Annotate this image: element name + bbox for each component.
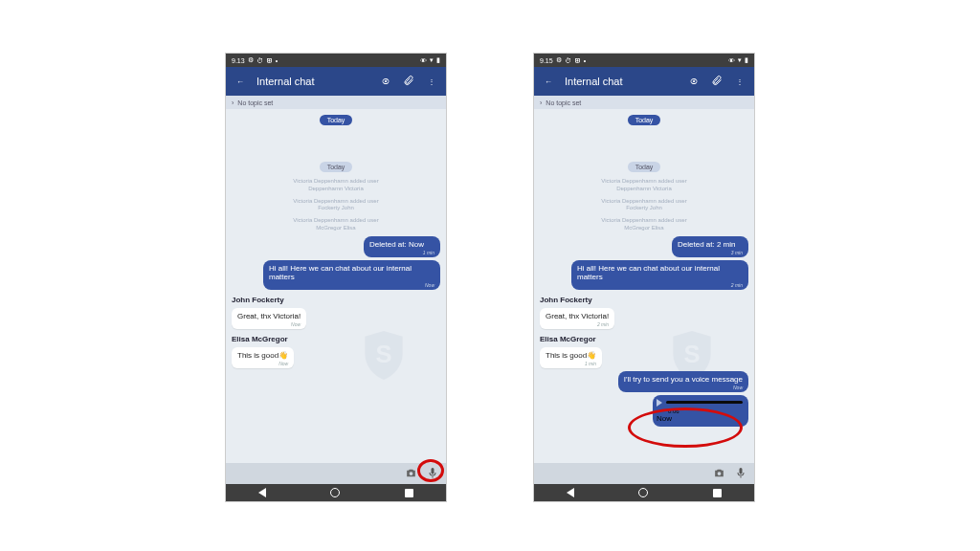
system-log: Victoria Deppenhamn added user Deppenham… — [601, 178, 686, 193]
status-bar: 9.13 ⚙ ⏱ ⛨ • 👁 ▾ ▮ — [226, 54, 446, 67]
wifi-icon: ▾ — [430, 56, 434, 64]
chevron-right-icon: › — [540, 99, 542, 106]
status-time: 9.13 — [232, 57, 245, 64]
play-icon[interactable] — [657, 399, 662, 407]
page-title: Internal chat — [256, 76, 369, 87]
phone-left: 9.13 ⚙ ⏱ ⛨ • 👁 ▾ ▮ ← Internal chat ⦿ ⋮ ›… — [225, 53, 447, 502]
topic-bar[interactable]: › No topic set — [534, 96, 754, 109]
timer-icon: ⏱ — [565, 57, 571, 64]
topic-text: No topic set — [237, 99, 273, 106]
compose-bar — [226, 463, 446, 484]
mic-icon[interactable] — [427, 466, 438, 481]
message-out-deleted[interactable]: Deleted at: 2 min 3 min — [672, 236, 748, 257]
message-in[interactable]: Great, thx Victoria! 2 min — [540, 308, 614, 329]
android-nav — [534, 484, 754, 501]
message-out[interactable]: Hi all! Here we can chat about our inter… — [263, 260, 440, 290]
chat-area: S Today Today Victoria Deppenhamn added … — [534, 109, 754, 463]
eye-icon: 👁 — [728, 57, 735, 64]
day-separator-history: Today — [628, 162, 661, 172]
chevron-right-icon: › — [232, 99, 234, 106]
back-icon[interactable]: ← — [234, 77, 247, 86]
day-separator: Today — [320, 115, 353, 125]
shield-icon: ⛨ — [574, 57, 581, 64]
message-in[interactable]: This is good👋 Now — [232, 347, 294, 368]
day-separator-history: Today — [320, 162, 353, 172]
topic-bar[interactable]: › No topic set — [226, 96, 446, 109]
message-out[interactable]: I'll try to send you a voice message Now — [618, 371, 748, 392]
sender-name: Elisa McGregor — [232, 335, 440, 343]
nav-recent-icon[interactable] — [405, 489, 413, 497]
app-bar: ← Internal chat ⦿ ⋮ — [534, 67, 754, 96]
nav-recent-icon[interactable] — [713, 489, 722, 497]
attach-icon[interactable] — [402, 75, 415, 88]
gear-icon: ⚙ — [248, 56, 254, 64]
system-log: Victoria Deppenhamn added user Fockerty … — [601, 198, 686, 213]
chat-area: S Today Today Victoria Deppenhamn added … — [226, 109, 446, 463]
location-icon[interactable]: ⦿ — [379, 77, 392, 86]
shield-icon: ⛨ — [266, 57, 273, 64]
gear-icon: ⚙ — [556, 56, 562, 64]
message-out-deleted[interactable]: Deleted at: Now 1 min — [364, 236, 440, 257]
mic-icon[interactable] — [735, 466, 746, 481]
topic-text: No topic set — [546, 99, 581, 106]
message-in[interactable]: This is good👋 1 min — [540, 347, 602, 368]
nav-home-icon[interactable] — [330, 488, 340, 497]
battery-icon: ▮ — [436, 56, 440, 64]
app-bar: ← Internal chat ⦿ ⋮ — [226, 67, 446, 96]
svg-text:S: S — [375, 341, 391, 367]
system-log: Victoria Deppenhamn added user McGregor … — [293, 217, 378, 232]
nav-back-icon[interactable] — [567, 488, 574, 497]
system-log: Victoria Deppenhamn added user Fockerty … — [293, 198, 378, 213]
camera-icon[interactable] — [405, 467, 417, 481]
camera-icon[interactable] — [713, 467, 725, 481]
svg-point-1 — [410, 472, 413, 475]
sender-name: John Fockerty — [540, 296, 748, 304]
svg-text:S: S — [683, 341, 700, 367]
location-icon[interactable]: ⦿ — [687, 77, 701, 86]
wifi-icon: ▾ — [738, 56, 742, 64]
voice-message[interactable]: 0:06 Now — [653, 395, 748, 427]
eye-icon: 👁 — [420, 57, 427, 64]
status-bar: 9.15 ⚙ ⏱ ⛨ • 👁 ▾ ▮ — [534, 54, 754, 67]
more-icon[interactable]: ⋮ — [425, 77, 438, 86]
phone-right: 9.15 ⚙ ⏱ ⛨ • 👁 ▾ ▮ ← Internal chat ⦿ ⋮ ›… — [533, 53, 755, 502]
day-separator: Today — [628, 115, 661, 125]
battery-icon: ▮ — [745, 56, 748, 64]
back-icon[interactable]: ← — [542, 77, 555, 86]
more-icon[interactable]: ⋮ — [733, 77, 746, 86]
system-log: Victoria Deppenhamn added user Deppenham… — [293, 178, 378, 193]
compose-bar — [534, 463, 754, 484]
sender-name: Elisa McGregor — [540, 335, 748, 343]
message-out[interactable]: Hi all! Here we can chat about our inter… — [571, 260, 748, 290]
watermark-shield-icon: S — [360, 329, 408, 382]
attach-icon[interactable] — [710, 75, 724, 88]
android-nav — [226, 484, 446, 501]
status-time: 9.15 — [540, 57, 553, 64]
message-in[interactable]: Great, thx Victoria! Now — [232, 308, 306, 329]
page-title: Internal chat — [565, 76, 678, 87]
nav-home-icon[interactable] — [638, 488, 648, 497]
voice-progress[interactable] — [666, 401, 743, 404]
system-log: Victoria Deppenhamn added user McGregor … — [601, 217, 686, 232]
sender-name: John Fockerty — [232, 296, 440, 304]
nav-back-icon[interactable] — [258, 488, 266, 497]
svg-point-3 — [718, 472, 722, 475]
timer-icon: ⏱ — [256, 57, 263, 64]
